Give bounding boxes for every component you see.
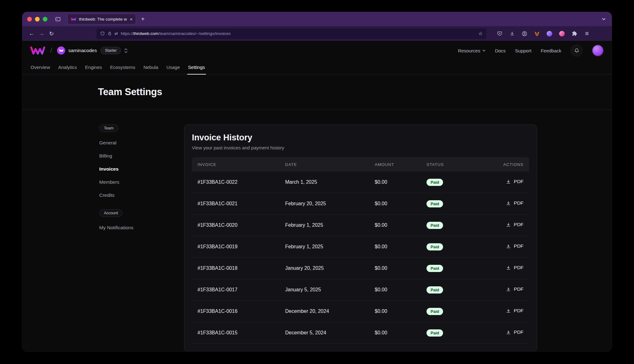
feedback-label: Feedback (541, 48, 561, 53)
download-pdf-button[interactable]: PDF (506, 265, 524, 270)
status-badge: Paid (427, 222, 443, 229)
thirdweb-logo[interactable] (30, 46, 45, 55)
status-cell: Paid (427, 265, 503, 272)
download-pdf-button[interactable]: PDF (506, 179, 524, 184)
tab-analytics[interactable]: Analytics (54, 60, 81, 74)
tracking-protection-shield-icon[interactable] (100, 31, 105, 36)
extensions-puzzle-icon[interactable] (569, 29, 579, 39)
notifications-bell-icon[interactable] (571, 45, 583, 56)
status-badge: Paid (427, 329, 443, 337)
invoice-amount: $0.00 (375, 287, 427, 293)
breadcrumb-separator: / (50, 46, 52, 55)
invoice-date: January 5, 2025 (285, 287, 375, 293)
tab-settings[interactable]: Settings (184, 60, 209, 74)
extension-pink-icon[interactable] (557, 29, 567, 39)
download-icon (506, 287, 511, 292)
menu-icon[interactable]: ≡ (582, 29, 592, 39)
browser-tab[interactable]: thirdweb: The complete web3 d × (67, 14, 136, 24)
download-icon (506, 244, 511, 249)
back-button[interactable]: ← (27, 29, 37, 39)
feedback-link[interactable]: Feedback (541, 48, 561, 53)
chevron-down-icon (602, 18, 606, 20)
team-name: saminacodes (68, 48, 97, 53)
download-pdf-button[interactable]: PDF (506, 329, 524, 335)
url-domain: thirdweb.com (133, 31, 158, 36)
puzzle-glyph (572, 31, 577, 36)
docs-label: Docs (495, 48, 505, 53)
forward-button[interactable]: → (37, 29, 46, 39)
account-icon[interactable] (519, 29, 529, 39)
tab-nebula[interactable]: Nebula (139, 60, 163, 74)
pdf-label: PDF (514, 265, 524, 270)
pdf-label: PDF (514, 286, 524, 292)
tab-engines[interactable]: Engines (81, 60, 106, 74)
sidebar-item-billing[interactable]: Billing (99, 149, 184, 163)
sidebar-item-members[interactable]: Members (99, 176, 184, 189)
table-header-row: INVOICE DATE AMOUNT STATUS ACTIONS (192, 157, 529, 172)
actions-cell: PDF (503, 329, 524, 336)
download-pdf-button[interactable]: PDF (506, 243, 524, 249)
actions-cell: PDF (503, 179, 524, 186)
window-zoom-button[interactable] (43, 17, 47, 22)
tab-usage[interactable]: Usage (162, 60, 184, 74)
reload-button[interactable]: ↻ (46, 29, 56, 39)
sidebar-item-my-notifications[interactable]: My Notifications (99, 221, 184, 234)
support-link[interactable]: Support (515, 48, 532, 53)
invoice-number: #1F33BA1C-0019 (198, 244, 285, 250)
invoice-number: #1F33BA1C-0017 (198, 287, 285, 293)
sidebar-item-general[interactable]: General (99, 136, 184, 149)
dashboard-tabs: Overview Analytics Engines Ecosystems Ne… (22, 60, 612, 75)
download-pdf-button[interactable]: PDF (506, 200, 524, 206)
table-row: #1F33BA1C-0021 February 20, 2025 $0.00 P… (192, 193, 529, 215)
download-pdf-button[interactable]: PDF (506, 286, 524, 292)
permissions-swap-icon: ⇄ (115, 31, 118, 36)
sidebar-item-invoices[interactable]: Invoices (99, 163, 184, 176)
team-switcher[interactable]: saminacodes Starter (57, 46, 128, 55)
account-glyph (522, 31, 527, 36)
invoice-history-card: Invoice History View your past invoices … (184, 124, 537, 352)
user-avatar[interactable] (592, 45, 604, 56)
tab-close-button[interactable]: × (130, 17, 133, 22)
address-bar[interactable]: ⇄ https://thirdweb.com/team/saminacodes/… (96, 28, 486, 39)
window-close-button[interactable] (27, 17, 32, 22)
team-avatar (57, 46, 65, 55)
invoice-amount: $0.00 (375, 222, 427, 228)
new-tab-button[interactable]: + (141, 16, 145, 23)
status-cell: Paid (427, 329, 503, 337)
table-row: #1F33BA1C-0017 January 5, 2025 $0.00 Pai… (192, 279, 529, 301)
window-controls (27, 17, 47, 22)
bookmark-star-icon[interactable]: ☆ (478, 31, 483, 36)
url-protocol: https:// (121, 31, 134, 36)
resources-menu[interactable]: Resources (458, 48, 486, 53)
status-cell: Paid (427, 179, 503, 186)
invoice-amount: $0.00 (375, 244, 427, 250)
tab-overview[interactable]: Overview (27, 60, 54, 74)
firefox-view-icon[interactable] (52, 14, 63, 24)
sidebar-group-account: Account (99, 209, 123, 217)
metamask-extension-icon[interactable] (532, 29, 542, 39)
thirdweb-dashboard: / saminacodes Starter Resources Docs Sup… (22, 41, 612, 352)
pocket-icon[interactable] (495, 29, 505, 39)
download-pdf-button[interactable]: PDF (506, 308, 524, 313)
invoice-number: #1F33BA1C-0016 (198, 308, 285, 314)
invoice-amount: $0.00 (375, 179, 427, 185)
card-title: Invoice History (192, 133, 529, 143)
pdf-label: PDF (514, 308, 524, 313)
download-glyph (510, 31, 515, 36)
window-minimize-button[interactable] (35, 17, 40, 22)
docs-link[interactable]: Docs (495, 48, 505, 53)
card-subtitle: View your past invoices and payment hist… (192, 145, 529, 150)
fox-glyph (534, 31, 540, 36)
extension-purple-icon[interactable] (544, 29, 554, 39)
status-badge: Paid (427, 286, 443, 294)
invoice-number: #1F33BA1C-0015 (198, 330, 285, 336)
shield-glyph (100, 31, 105, 36)
pdf-label: PDF (514, 200, 524, 206)
tab-ecosystems[interactable]: Ecosystems (106, 60, 139, 74)
download-icon (506, 308, 511, 313)
actions-cell: PDF (503, 222, 524, 229)
list-all-tabs-button[interactable] (602, 18, 606, 20)
sidebar-item-credits[interactable]: Credits (99, 189, 184, 202)
downloads-icon[interactable] (507, 29, 517, 39)
download-pdf-button[interactable]: PDF (506, 222, 524, 227)
